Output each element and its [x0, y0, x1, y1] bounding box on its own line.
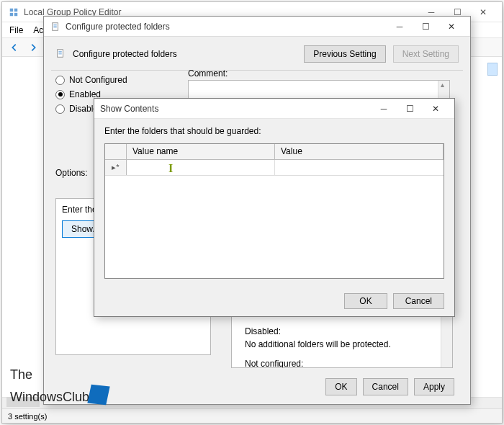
watermark-line2: WindowsClub	[10, 382, 112, 405]
windowsclub-logo-icon	[87, 385, 109, 405]
maximize-button[interactable]: ☐	[397, 100, 423, 117]
apply-button[interactable]: Apply	[414, 378, 454, 395]
contents-grid[interactable]: Value name Value ▸* I	[104, 143, 444, 279]
radio-label: Not Configured	[69, 75, 127, 85]
next-setting-button: Next Setting	[393, 45, 459, 63]
text-cursor-icon: I	[168, 162, 173, 175]
show-contents-dialog: Show Contents ─ ☐ ✕ Enter the folders th…	[94, 98, 455, 317]
svg-rect-3	[14, 12, 17, 15]
show-contents-titlebar[interactable]: Show Contents ─ ☐ ✕	[94, 99, 454, 119]
forward-button[interactable]	[25, 40, 41, 55]
row-marker: ▸*	[105, 160, 127, 175]
svg-rect-5	[58, 49, 63, 57]
close-button[interactable]: ✕	[438, 18, 464, 35]
grid-header-rownum	[105, 144, 127, 159]
help-disabled-text: No additional folders will be protected.	[238, 338, 446, 352]
maximize-button[interactable]: ☐	[413, 18, 438, 35]
cancel-button[interactable]: Cancel	[393, 293, 444, 309]
grid-header-name[interactable]: Value name	[127, 144, 275, 159]
show-contents-prompt: Enter the folders that should be guarded…	[104, 126, 444, 136]
svg-rect-0	[10, 8, 13, 11]
grid-header-value[interactable]: Value	[275, 144, 444, 159]
svg-rect-4	[53, 22, 58, 30]
radio-icon[interactable]	[55, 76, 65, 85]
grid-header: Value name Value	[105, 144, 444, 160]
show-contents-buttons: OK Cancel	[344, 293, 444, 309]
content-remnant	[487, 63, 498, 76]
value-cell[interactable]	[275, 160, 444, 175]
comment-label: Comment:	[188, 68, 228, 79]
back-button[interactable]	[6, 40, 22, 55]
svg-rect-2	[10, 12, 13, 15]
value-name-cell[interactable]: I	[127, 160, 275, 175]
config-header: Configure protected folders Previous Set…	[51, 42, 463, 71]
configure-buttons: OK Cancel Apply	[325, 378, 454, 395]
close-button[interactable]: ✕	[423, 100, 449, 117]
radio-icon[interactable]	[55, 90, 65, 99]
policy-icon	[55, 48, 66, 61]
statusbar: 3 setting(s)	[2, 408, 502, 423]
help-disabled-heading: Disabled:	[238, 325, 446, 339]
show-contents-body: Enter the folders that should be guarded…	[104, 126, 444, 279]
ok-button[interactable]: OK	[325, 378, 356, 395]
watermark: The WindowsClub	[10, 367, 112, 405]
config-heading: Configure protected folders	[73, 49, 297, 59]
cancel-button[interactable]: Cancel	[363, 378, 408, 395]
status-text: 3 setting(s)	[8, 412, 47, 421]
ok-button[interactable]: OK	[344, 293, 387, 309]
configure-title: Configure protected folders	[66, 22, 387, 32]
help-notconfigured-heading: Not configured:	[238, 357, 446, 368]
close-button[interactable]: ✕	[470, 4, 496, 21]
radio-icon[interactable]	[55, 104, 65, 114]
minimize-button[interactable]: ─	[387, 18, 413, 35]
configure-titlebar[interactable]: Configure protected folders ─ ☐ ✕	[44, 17, 470, 37]
watermark-line1: The	[10, 367, 112, 382]
svg-rect-1	[14, 8, 17, 11]
policy-icon	[50, 21, 61, 32]
minimize-button[interactable]: ─	[371, 100, 397, 117]
menu-file[interactable]: File	[9, 25, 23, 35]
previous-setting-button[interactable]: Previous Setting	[304, 45, 385, 63]
grid-row[interactable]: ▸* I	[105, 160, 444, 176]
gpedit-icon	[8, 6, 19, 18]
show-contents-title: Show Contents	[100, 104, 371, 114]
